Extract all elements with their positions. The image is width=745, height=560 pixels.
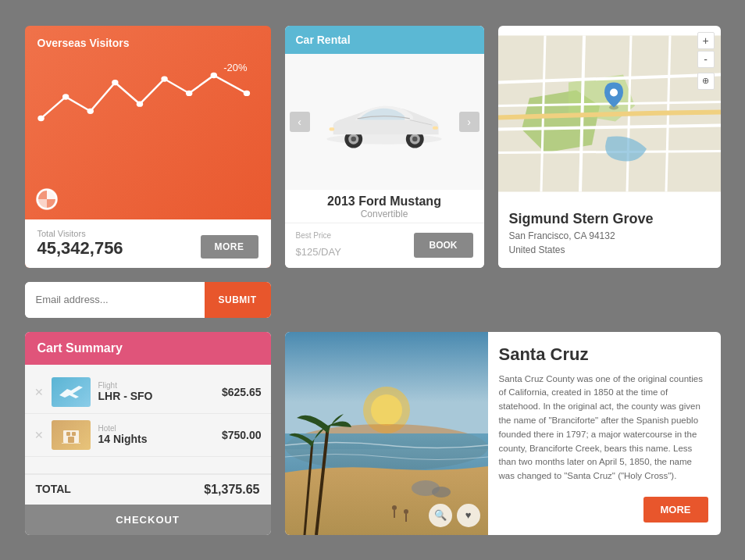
map-visual: + - ⊕	[498, 26, 721, 202]
svg-point-38	[371, 394, 402, 426]
svg-point-7	[210, 72, 216, 77]
hotel-info: Hotel 14 Nights	[98, 424, 214, 445]
hotel-thumbnail	[52, 420, 91, 450]
svg-point-1	[62, 94, 68, 99]
visitors-more-button[interactable]: MORE	[201, 235, 258, 259]
best-price-label: Best Price	[296, 231, 341, 240]
visitors-title: Overseas Visitors	[25, 26, 271, 54]
santa-cruz-title: Santa Cruz	[499, 344, 708, 365]
map-compass-button[interactable]: ⊕	[697, 73, 715, 90]
email-subscription-bar: SUBMIT	[25, 282, 271, 318]
cart-total-amount: $1,375.65	[204, 483, 259, 497]
map-location-name: Sigmund Stern Grove	[509, 211, 710, 227]
map-card: + - ⊕ Sigmund Stern Grove San Francisco,…	[498, 26, 721, 268]
hotel-price: $750.00	[222, 429, 262, 441]
flight-thumbnail	[52, 377, 91, 407]
total-visitors-value: 45,342,756	[37, 238, 123, 259]
svg-point-45	[392, 505, 397, 510]
car-price-value: $125/DAY	[296, 240, 341, 260]
flight-name: LHR - SFO	[98, 390, 214, 402]
car-image	[314, 87, 454, 157]
santa-cruz-card: 🔍 ♥ Santa Cruz Santa Cruz County was one…	[285, 332, 721, 535]
svg-point-5	[161, 76, 167, 81]
favorite-button[interactable]: ♥	[457, 504, 480, 527]
santa-cruz-description: Santa Cruz County was one of the origina…	[499, 373, 708, 489]
map-svg	[498, 26, 721, 202]
car-image-area: ‹	[285, 54, 484, 190]
car-footer: Best Price $125/DAY BOOK	[285, 223, 484, 268]
book-button[interactable]: BOOK	[414, 233, 473, 258]
visitors-footer: Total Visitors 45,342,756 MORE	[25, 219, 271, 268]
svg-rect-34	[72, 432, 76, 436]
svg-point-10	[326, 134, 441, 144]
cart-total-label: TOTAL	[36, 483, 71, 497]
svg-point-4	[136, 101, 142, 106]
svg-rect-32	[68, 437, 74, 443]
svg-point-47	[404, 509, 408, 514]
email-input[interactable]	[25, 282, 205, 318]
car-prev-button[interactable]: ‹	[290, 112, 310, 132]
cart-items-list: ✕ Flight LHR - SFO $625.65 ✕	[25, 365, 271, 473]
svg-point-2	[87, 108, 93, 113]
car-name-area: 2013 Ford Mustang Convertible	[285, 190, 484, 223]
svg-rect-19	[330, 127, 335, 130]
svg-rect-35	[62, 443, 80, 444]
map-controls: + - ⊕	[697, 32, 715, 90]
map-address: San Francisco, CA 94132 United States	[509, 229, 710, 257]
cart-summary-card: Cart Summary ✕ Flight LHR - SFO $625.65	[25, 332, 271, 535]
hotel-type-label: Hotel	[98, 424, 214, 433]
svg-rect-18	[433, 126, 438, 129]
remove-flight-button[interactable]: ✕	[34, 386, 44, 398]
svg-point-44	[432, 487, 451, 498]
map-zoom-out-button[interactable]: -	[697, 51, 715, 68]
checkout-button[interactable]: CHECKOUT	[25, 505, 271, 535]
santa-cruz-content: Santa Cruz Santa Cruz County was one of …	[488, 332, 721, 535]
remove-hotel-button[interactable]: ✕	[34, 429, 44, 441]
pct-change-label: -20%	[223, 62, 247, 73]
flight-type-label: Flight	[98, 381, 214, 390]
svg-point-0	[37, 115, 44, 120]
svg-point-8	[243, 90, 249, 95]
svg-point-6	[185, 90, 191, 95]
map-zoom-in-button[interactable]: +	[697, 32, 715, 49]
car-rental-card: Car Rental ‹	[285, 26, 484, 268]
submit-button[interactable]: SUBMIT	[205, 282, 271, 318]
total-visitors-label: Total Visitors	[37, 229, 123, 238]
car-type: Convertible	[285, 209, 484, 219]
flight-price: $625.65	[222, 386, 262, 398]
flight-info: Flight LHR - SFO	[98, 381, 214, 402]
svg-point-16	[412, 136, 418, 141]
svg-point-30	[610, 88, 618, 96]
visitors-card: Overseas Visitors -20%	[25, 26, 271, 268]
santa-cruz-more-button[interactable]: MORE	[643, 497, 708, 523]
car-rental-title: Car Rental	[285, 26, 484, 54]
map-info: Sigmund Stern Grove San Francisco, CA 94…	[498, 202, 721, 268]
car-next-button[interactable]: ›	[459, 112, 479, 132]
car-model: 2013 Ford Mustang	[285, 194, 484, 209]
cart-item-flight: ✕ Flight LHR - SFO $625.65	[25, 371, 271, 414]
zoom-image-button[interactable]: 🔍	[429, 504, 452, 527]
cart-item-hotel: ✕ Hotel 14 Nights	[25, 414, 271, 457]
santa-cruz-image: 🔍 ♥	[285, 332, 488, 535]
pie-chart-icon	[36, 188, 58, 210]
cart-total-row: TOTAL $1,375.65	[25, 473, 271, 505]
visitors-chart: -20%	[25, 54, 271, 219]
svg-point-3	[112, 80, 118, 85]
image-overlay-buttons: 🔍 ♥	[429, 504, 480, 527]
svg-rect-33	[66, 432, 70, 436]
hotel-name: 14 Nights	[98, 433, 214, 445]
cart-title: Cart Summary	[25, 332, 271, 365]
svg-point-13	[351, 136, 356, 141]
